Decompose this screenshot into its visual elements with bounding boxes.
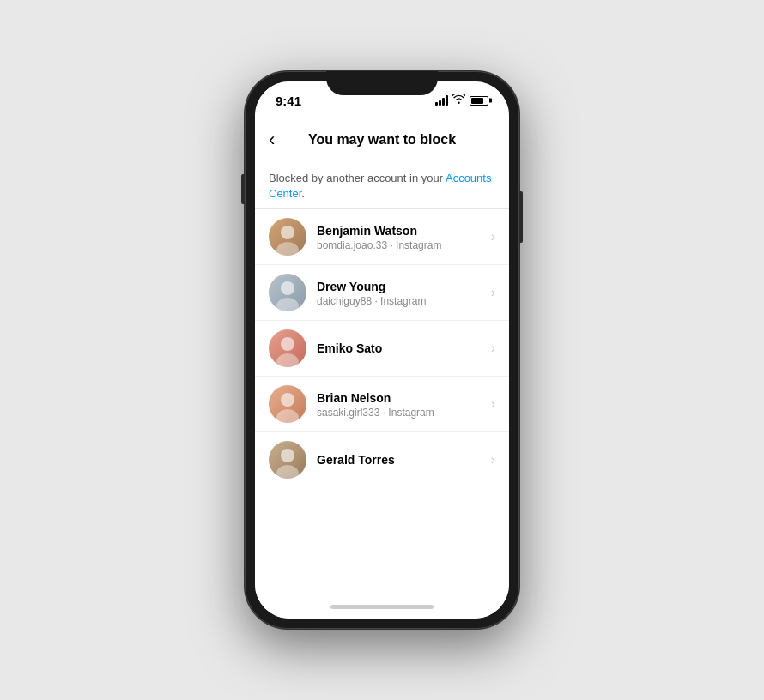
avatar-brian-nelson xyxy=(269,385,306,423)
back-button[interactable]: ‹ xyxy=(269,130,275,149)
chevron-icon-drew-young: › xyxy=(491,285,495,300)
subtitle-section: Blocked by another account in your Accou… xyxy=(255,160,509,209)
user-info-benjamin-watson: Benjamin Watsonbomdia.joao.33 · Instagra… xyxy=(317,223,484,251)
user-item-brian-nelson[interactable]: Brian Nelsonsasaki.girl333 · Instagram› xyxy=(255,377,509,432)
svg-point-1 xyxy=(281,226,294,239)
user-name-gerald-torres: Gerald Torres xyxy=(317,452,484,468)
home-indicator xyxy=(255,594,509,619)
user-handle-benjamin-watson: bomdia.joao.33 · Instagram xyxy=(317,239,484,251)
user-info-drew-young: Drew Youngdaichiguy88 · Instagram xyxy=(317,279,484,307)
user-item-gerald-torres[interactable]: Gerald Torres› xyxy=(255,432,509,487)
wifi-icon xyxy=(452,94,465,106)
main-content: Blocked by another account in your Accou… xyxy=(255,160,509,594)
user-list: Benjamin Watsonbomdia.joao.33 · Instagra… xyxy=(255,209,509,487)
user-item-drew-young[interactable]: Drew Youngdaichiguy88 · Instagram› xyxy=(255,265,509,321)
avatar-benjamin-watson xyxy=(269,218,306,256)
user-info-brian-nelson: Brian Nelsonsasaki.girl333 · Instagram xyxy=(317,390,484,419)
user-name-benjamin-watson: Benjamin Watson xyxy=(317,223,484,238)
chevron-icon-gerald-torres: › xyxy=(491,452,495,468)
user-name-drew-young: Drew Young xyxy=(317,279,484,294)
subtitle-after-link: . xyxy=(301,187,305,200)
phone-screen: 9:41 xyxy=(255,81,509,619)
chevron-icon-benjamin-watson: › xyxy=(491,229,495,244)
phone-frame: 9:41 xyxy=(245,71,519,629)
user-item-emiko-sato[interactable]: Emiko Sato› xyxy=(255,321,509,377)
svg-point-13 xyxy=(281,449,294,462)
avatar-emiko-sato xyxy=(269,329,306,367)
user-item-benjamin-watson[interactable]: Benjamin Watsonbomdia.joao.33 · Instagra… xyxy=(255,209,509,265)
user-name-emiko-sato: Emiko Sato xyxy=(317,341,484,356)
chevron-icon-emiko-sato: › xyxy=(491,341,495,356)
signal-icon xyxy=(435,95,448,106)
status-time: 9:41 xyxy=(276,94,301,108)
notch xyxy=(326,71,438,95)
page-title: You may want to block xyxy=(308,132,456,148)
avatar-gerald-torres xyxy=(269,441,306,479)
svg-point-7 xyxy=(281,337,294,351)
user-info-emiko-sato: Emiko Sato xyxy=(317,341,484,356)
user-handle-drew-young: daichiguy88 · Instagram xyxy=(317,295,484,307)
user-name-brian-nelson: Brian Nelson xyxy=(317,390,484,406)
home-bar xyxy=(330,605,434,609)
subtitle-before-link: Blocked by another account in your xyxy=(269,172,446,184)
svg-point-4 xyxy=(281,281,294,295)
user-handle-brian-nelson: sasaki.girl333 · Instagram xyxy=(317,407,484,419)
status-icons xyxy=(435,94,488,106)
svg-point-10 xyxy=(281,393,294,407)
nav-bar: ‹ You may want to block xyxy=(255,119,509,160)
avatar-drew-young xyxy=(269,274,306,311)
subtitle-text: Blocked by another account in your Accou… xyxy=(269,171,495,202)
chevron-icon-brian-nelson: › xyxy=(491,396,495,412)
user-info-gerald-torres: Gerald Torres xyxy=(317,452,484,468)
battery-icon xyxy=(470,96,488,106)
